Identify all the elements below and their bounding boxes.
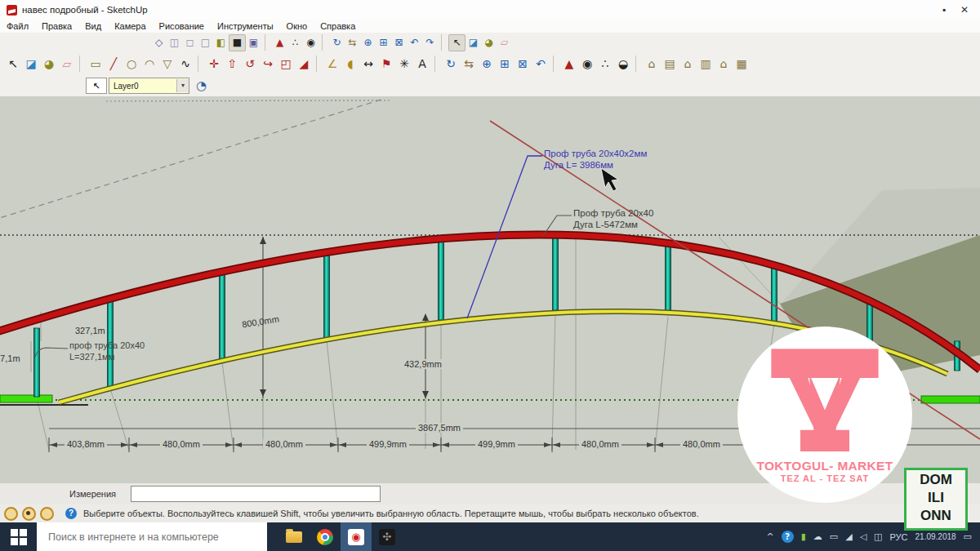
make-component-icon[interactable]: ◪: [22, 55, 40, 73]
position-camera-icon[interactable]: ▲: [272, 35, 287, 51]
styles-icon[interactable]: ⌂: [715, 55, 733, 73]
circle-icon[interactable]: ○: [122, 55, 140, 73]
network-icon[interactable]: ◢: [845, 531, 852, 542]
axes-icon[interactable]: ✳: [395, 55, 413, 73]
maximize-icon[interactable]: ▪: [942, 4, 946, 16]
scale-icon[interactable]: ◢: [295, 55, 313, 73]
layer-pick-icon[interactable]: ↖: [86, 78, 107, 94]
3d-text-icon[interactable]: A: [413, 55, 431, 73]
chrome-icon: [317, 529, 333, 545]
menu-item-camera[interactable]: Камера: [114, 21, 145, 31]
select-icon[interactable]: ↖: [4, 55, 22, 73]
offset-icon[interactable]: ◰: [277, 55, 295, 73]
shaded-textures-icon[interactable]: ■: [229, 34, 246, 51]
arc-icon[interactable]: ◠: [140, 55, 158, 73]
materials-icon[interactable]: ▥: [697, 55, 715, 73]
move-icon[interactable]: ✛: [205, 55, 223, 73]
paint-bucket-icon[interactable]: ◕: [481, 35, 497, 51]
search-input[interactable]: [47, 531, 262, 544]
zoom-next-icon[interactable]: ↷: [422, 35, 438, 51]
text-icon[interactable]: ⚑: [377, 55, 395, 73]
zoom-previous-icon[interactable]: ↶: [532, 55, 550, 73]
tape-measure-icon[interactable]: ∠: [323, 55, 341, 73]
start-button[interactable]: [0, 522, 37, 551]
tray-help-icon[interactable]: ?: [782, 531, 794, 543]
pan-icon[interactable]: ⇆: [460, 55, 478, 73]
tray-chevron-icon[interactable]: ^: [766, 531, 773, 542]
zoom-extents-icon[interactable]: ⊠: [514, 55, 532, 73]
eraser-icon[interactable]: ▱: [497, 35, 512, 51]
orbit-icon[interactable]: ↻: [442, 55, 460, 73]
layer-dropdown[interactable]: Layer0 ▾: [109, 78, 189, 94]
push-pull-icon[interactable]: ⇧: [223, 55, 241, 73]
notification-icon[interactable]: ▭: [964, 531, 972, 542]
look-around-icon[interactable]: ◉: [578, 55, 596, 73]
zoom-window-icon[interactable]: ⊞: [496, 55, 514, 73]
menu-item-draw[interactable]: Рисование: [159, 21, 204, 31]
hidden-line-icon[interactable]: □: [198, 35, 213, 51]
protractor-icon[interactable]: ◖: [341, 55, 359, 73]
battery-icon[interactable]: ▮: [801, 531, 806, 542]
menu-item-file[interactable]: Файл: [7, 21, 29, 31]
shaded-icon[interactable]: ◧: [213, 35, 229, 51]
zoom-icon[interactable]: ⊕: [478, 55, 496, 73]
chrome-button[interactable]: [310, 522, 341, 551]
eraser-icon[interactable]: ▱: [58, 55, 76, 73]
sketchup-taskbar-button[interactable]: ◉: [341, 522, 372, 551]
xray-icon[interactable]: ◫: [167, 35, 182, 51]
zoom-window-icon[interactable]: ⊞: [376, 35, 391, 51]
geolocation-icon[interactable]: [4, 507, 18, 521]
section-plane-icon[interactable]: ◒: [614, 55, 632, 73]
keyboard-icon[interactable]: ◫: [874, 531, 882, 542]
orbit-icon[interactable]: ↻: [329, 35, 345, 51]
close-icon[interactable]: ✕: [960, 4, 969, 16]
menu-item-view[interactable]: Вид: [85, 21, 101, 31]
position-camera-icon[interactable]: ▲: [560, 55, 578, 73]
walk-icon[interactable]: ∴: [596, 55, 614, 73]
menu-item-tools[interactable]: Инструменты: [217, 21, 274, 31]
follow-me-icon[interactable]: ↪: [259, 55, 277, 73]
help-icon[interactable]: ?: [65, 508, 77, 519]
language-indicator[interactable]: РУС: [890, 532, 908, 542]
back-edges-icon[interactable]: ◇: [151, 35, 167, 51]
look-around-icon[interactable]: ◉: [303, 35, 318, 51]
rectangle-icon[interactable]: ▭: [87, 55, 105, 73]
rotate-icon[interactable]: ↺: [241, 55, 259, 73]
wireframe-icon[interactable]: ◻: [182, 35, 198, 51]
select-icon[interactable]: ↖: [448, 34, 466, 51]
volume-icon[interactable]: ◁: [860, 531, 866, 542]
walk-icon[interactable]: ∴: [287, 35, 303, 51]
tray-folder-icon[interactable]: ▭: [830, 531, 838, 542]
make-component-icon[interactable]: ◪: [466, 35, 481, 51]
clock-date[interactable]: 21.09.2018: [915, 532, 956, 541]
chevron-down-icon[interactable]: ▾: [176, 79, 189, 92]
freehand-icon[interactable]: ∿: [176, 55, 194, 73]
share-model-icon[interactable]: ▤: [661, 55, 679, 73]
measurements-label: Измерения: [69, 489, 116, 499]
file-explorer-button[interactable]: [278, 522, 310, 551]
cloud-icon[interactable]: ☁: [813, 531, 822, 542]
dimension-icon[interactable]: ↔: [359, 55, 377, 73]
components-icon[interactable]: ⌂: [679, 55, 697, 73]
credits-icon[interactable]: [22, 507, 36, 521]
zoom-previous-icon[interactable]: ↶: [407, 35, 422, 51]
menu-item-edit[interactable]: Правка: [42, 21, 72, 31]
layer-manager-icon[interactable]: ◔: [196, 78, 207, 93]
zoom-extents-icon[interactable]: ⊠: [391, 35, 407, 51]
menu-item-help[interactable]: Справка: [320, 21, 355, 31]
pan-icon[interactable]: ⇆: [345, 35, 360, 51]
zoom-icon[interactable]: ⊕: [360, 35, 376, 51]
shadows-icon[interactable]: ▦: [733, 55, 751, 73]
menu-item-window[interactable]: Окно: [287, 21, 308, 31]
monochrome-icon[interactable]: ▣: [246, 35, 261, 51]
get-models-icon[interactable]: ⌂: [643, 55, 661, 73]
media-app-button[interactable]: ✣: [372, 522, 403, 551]
status-hint: Выберите объекты. Воспользуйтесь клавише…: [83, 509, 699, 518]
line-icon[interactable]: ╱: [105, 55, 122, 73]
dim-strut-clipped-label: 27,1m: [0, 353, 20, 363]
paint-bucket-icon[interactable]: ◕: [40, 55, 58, 73]
polygon-icon[interactable]: ▽: [158, 55, 176, 73]
taskbar-search[interactable]: [37, 522, 267, 551]
claim-icon[interactable]: [40, 507, 54, 521]
measurements-input[interactable]: [131, 486, 381, 502]
